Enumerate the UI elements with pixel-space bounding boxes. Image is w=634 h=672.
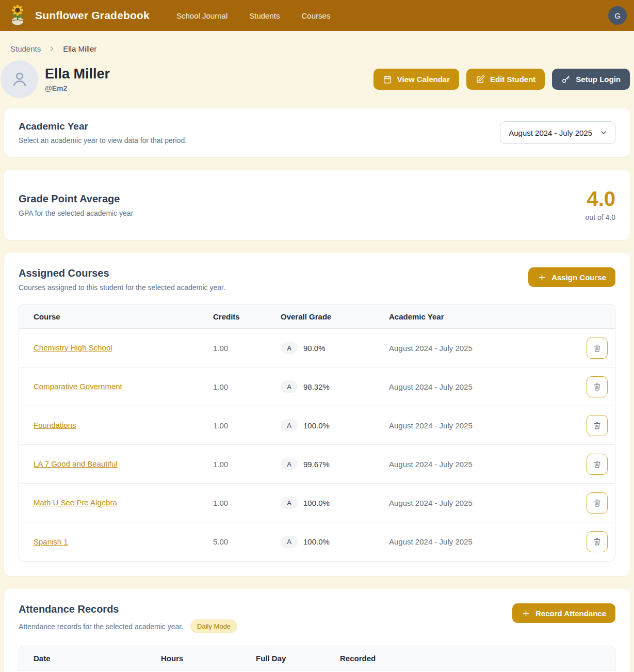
course-link[interactable]: Foundations (34, 421, 76, 429)
key-icon (561, 75, 571, 84)
col-course: Course (34, 312, 213, 321)
academic-year-selected-value: August 2024 - July 2025 (509, 129, 592, 137)
delete-course-button[interactable] (587, 338, 608, 359)
attendance-card: Attendance Records Attendance records fo… (4, 589, 630, 672)
delete-course-button[interactable] (587, 492, 608, 514)
student-header: Ella Miller @Em2 View Calendar Edit Stud… (1, 60, 630, 98)
primary-nav: School Journal Students Courses (176, 11, 330, 20)
setup-login-button[interactable]: Setup Login (552, 69, 630, 90)
gpa-title: Grade Point Average (19, 193, 133, 205)
delete-course-button[interactable] (587, 415, 608, 436)
app-title: Sunflower Gradebook (35, 9, 150, 22)
brand[interactable]: Sunflower Gradebook (6, 4, 150, 27)
trash-icon (593, 537, 602, 546)
credits-value: 1.00 (213, 499, 281, 507)
col-academic-year: Academic Year (389, 312, 564, 321)
table-row: Comparative Government 1.00 A 98.32% Aug… (19, 367, 615, 406)
attendance-table: Date Hours Full Day Recorded June 20, 20… (19, 646, 615, 672)
trash-icon (593, 460, 602, 469)
avatar (1, 60, 38, 98)
course-link[interactable]: Math U See Pre Algebra (34, 498, 117, 507)
edit-student-label: Edit Student (490, 75, 535, 84)
grade-letter-badge: A (281, 536, 298, 548)
grade-letter-badge: A (281, 380, 298, 393)
nav-item-students[interactable]: Students (249, 11, 280, 20)
record-attendance-button[interactable]: Record Attendance (512, 603, 615, 623)
grade-letter-badge: A (281, 497, 298, 509)
grade-letter-badge: A (281, 458, 298, 470)
academic-year-title: Academic Year (19, 121, 187, 132)
plus-icon (522, 609, 530, 618)
calendar-icon (383, 75, 392, 84)
academic-year-select[interactable]: August 2024 - July 2025 (500, 121, 615, 144)
trash-icon (593, 421, 602, 430)
trash-icon (593, 344, 602, 353)
academic-year-value: August 2024 - July 2025 (389, 382, 564, 391)
page-title: Ella Miller (45, 66, 110, 82)
academic-year-value: August 2024 - July 2025 (389, 460, 564, 469)
chevron-down-icon (599, 129, 608, 137)
delete-course-button[interactable] (587, 454, 608, 475)
credits-value: 5.00 (213, 537, 281, 546)
course-link[interactable]: Comparative Government (34, 382, 122, 391)
user-menu-avatar[interactable]: G (608, 6, 627, 25)
daily-mode-badge: Daily Mode (190, 619, 237, 633)
trash-icon (593, 499, 602, 507)
academic-year-subtitle: Select an academic year to view data for… (19, 136, 187, 145)
col-credits: Credits (213, 312, 281, 321)
assigned-courses-card: Assigned Courses Courses assigned to thi… (4, 253, 630, 576)
academic-year-value: August 2024 - July 2025 (389, 421, 564, 430)
grade-letter-badge: A (281, 342, 298, 354)
person-icon (9, 69, 30, 90)
academic-year-value: August 2024 - July 2025 (389, 499, 564, 507)
nav-item-courses[interactable]: Courses (301, 11, 330, 20)
courses-table: Course Credits Overall Grade Academic Ye… (19, 304, 615, 562)
student-actions: View Calendar Edit Student Setup Login (373, 69, 630, 90)
edit-icon (476, 75, 485, 84)
table-row: Foundations 1.00 A 100.0% August 2024 - … (19, 406, 615, 445)
grade-percent: 100.0% (303, 499, 330, 507)
assign-course-label: Assign Course (551, 273, 606, 282)
course-link[interactable]: Chemistry High School (34, 343, 112, 352)
chevron-right-icon (48, 45, 56, 53)
nav-item-school-journal[interactable]: School Journal (176, 11, 227, 20)
credits-value: 1.00 (213, 382, 281, 391)
assign-course-button[interactable]: Assign Course (528, 267, 615, 287)
col-overall-grade: Overall Grade (281, 312, 389, 321)
grade-percent: 100.0% (303, 421, 330, 430)
grade-percent: 90.0% (303, 344, 326, 353)
table-row: LA 7 Good and Beautiful 1.00 A 99.67% Au… (19, 445, 615, 484)
plus-icon (538, 273, 546, 282)
record-attendance-label: Record Attendance (535, 609, 606, 618)
course-link[interactable]: LA 7 Good and Beautiful (34, 459, 118, 468)
table-row: Chemistry High School 1.00 A 90.0% Augus… (19, 329, 615, 367)
col-recorded: Recorded (340, 654, 443, 663)
table-row: Math U See Pre Algebra 1.00 A 100.0% Aug… (19, 484, 615, 522)
courses-table-body: Chemistry High School 1.00 A 90.0% Augus… (19, 329, 615, 561)
col-date: Date (34, 654, 161, 663)
grade-percent: 99.67% (303, 460, 330, 469)
breadcrumb-students[interactable]: Students (10, 44, 41, 53)
delete-course-button[interactable] (587, 376, 608, 397)
attendance-title: Attendance Records (19, 603, 237, 615)
breadcrumb-current: Ella Miller (63, 44, 96, 53)
academic-year-value: August 2024 - July 2025 (389, 537, 564, 546)
top-navbar: Sunflower Gradebook School Journal Stude… (0, 0, 634, 31)
gpa-value: 4.0 (586, 188, 615, 209)
setup-login-label: Setup Login (576, 75, 621, 84)
edit-student-button[interactable]: Edit Student (466, 69, 545, 90)
course-link[interactable]: Spanish 1 (34, 537, 68, 546)
academic-year-value: August 2024 - July 2025 (389, 344, 564, 353)
courses-table-header: Course Credits Overall Grade Academic Ye… (19, 305, 615, 329)
grade-percent: 98.32% (303, 382, 330, 391)
student-username: @Em2 (45, 84, 110, 92)
breadcrumb: Students Ella Miller (0, 31, 634, 53)
assigned-courses-subtitle: Courses assigned to this student for the… (19, 283, 225, 292)
trash-icon (593, 382, 602, 391)
gpa-caption: out of 4.0 (586, 213, 615, 221)
gpa-subtitle: GPA for the selected academic year (19, 209, 133, 217)
view-calendar-button[interactable]: View Calendar (373, 69, 459, 90)
delete-course-button[interactable] (587, 531, 608, 552)
attendance-table-header: Date Hours Full Day Recorded (19, 646, 615, 670)
attendance-subtitle: Attendance records for the selected acad… (19, 622, 183, 631)
